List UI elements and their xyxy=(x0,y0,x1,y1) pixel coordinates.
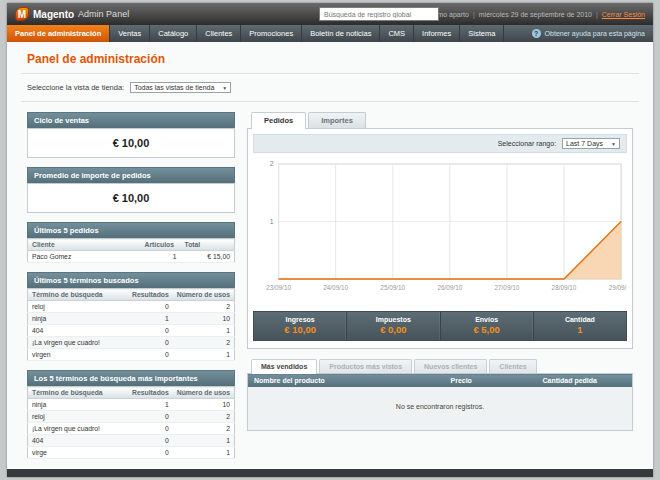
stat-ingresos: Ingresos € 10,00 xyxy=(254,312,347,340)
stat-value: € 10,00 xyxy=(254,324,346,335)
top-search-terms-panel: Los 5 términos de búsqueda más important… xyxy=(27,370,235,459)
orders-chart: 1223/09/1024/09/1025/09/1026/09/1027/09/… xyxy=(253,153,627,305)
nav-item-catalogo[interactable]: Catálogo xyxy=(150,25,197,42)
column-header: Número de usos xyxy=(173,387,235,399)
table-row: Paco Gomez1€ 15,00 xyxy=(28,251,235,263)
user-area: Accedió como aparto | miércoles 29 de se… xyxy=(403,11,645,18)
footer-bar xyxy=(7,469,653,477)
panel-title: Últimos 5 pedidos xyxy=(27,222,235,238)
last-orders-panel: Últimos 5 pedidos Cliente Artículos Tota… xyxy=(27,222,235,263)
nav-item-cms[interactable]: CMS xyxy=(380,25,414,42)
chevron-down-icon: ▼ xyxy=(222,85,227,91)
separator: | xyxy=(473,11,475,18)
nav-item-dashboard[interactable]: Panel de administración xyxy=(7,25,110,42)
tab-mas-vendidos[interactable]: Más vendidos xyxy=(251,359,317,374)
empty-message: No se encontraron registros. xyxy=(248,387,633,431)
stat-cantidad: Cantidad 1 xyxy=(534,312,626,340)
tab-nuevos-clientes[interactable]: Nuevos clientes xyxy=(414,359,487,373)
stat-label: Ingresos xyxy=(254,316,346,323)
magento-brand: M Magento Admin Panel xyxy=(15,7,129,21)
svg-text:24/09/10: 24/09/10 xyxy=(323,284,348,291)
range-selected: Last 7 Days xyxy=(566,140,603,147)
chevron-down-icon: ▼ xyxy=(611,141,616,147)
table-row: 40401 xyxy=(28,435,235,447)
tab-clientes[interactable]: Clientes xyxy=(489,359,536,373)
column-header: Nombre del producto xyxy=(248,374,445,388)
stat-label: Envíos xyxy=(441,316,533,323)
column-header: Término de búsqueda xyxy=(28,387,129,399)
column-header: Resultados xyxy=(128,289,173,301)
stat-label: Impuestos xyxy=(347,316,439,323)
totals-bar: Ingresos € 10,00 Impuestos € 0,00 Envíos… xyxy=(253,311,627,341)
products-tabs: Más vendidos Productos más vistos Nuevos… xyxy=(247,359,633,373)
column-header: Precio xyxy=(445,374,537,388)
store-view-selected: Todas las vistas de tienda xyxy=(134,84,214,91)
logout-link[interactable]: Cerrar Sesión xyxy=(602,11,645,18)
main-nav: Panel de administración Ventas Catálogo … xyxy=(7,25,653,42)
stat-impuestos: Impuestos € 0,00 xyxy=(347,312,440,340)
stat-value: € 5,00 xyxy=(441,324,533,335)
column-header: Número de usos xyxy=(173,289,235,301)
table-row: ninja110 xyxy=(28,313,235,325)
range-bar: Seleccionar rango: Last 7 Days ▼ xyxy=(253,134,627,153)
best-sellers-table: Nombre del producto Precio Cantidad pedi… xyxy=(247,373,633,431)
dashboard: Ciclo de ventas € 10,00 Promedio de impo… xyxy=(21,102,639,459)
store-view-label: Seleccione la vista de tienda: xyxy=(27,83,124,92)
panel-title: Los 5 términos de búsqueda más important… xyxy=(27,370,235,386)
global-search-input[interactable] xyxy=(319,7,439,21)
tab-productos-mas-vistos[interactable]: Productos más vistos xyxy=(319,359,412,373)
stat-label: Cantidad xyxy=(534,316,626,323)
range-label: Seleccionar rango: xyxy=(498,140,556,147)
table-row: ¡La virgen que cuadro!02 xyxy=(28,337,235,349)
page-title: Panel de administración xyxy=(21,50,639,74)
stat-value: € 0,00 xyxy=(347,324,439,335)
dashboard-right-column: Pedidos Importes Seleccionar rango: Last… xyxy=(247,112,633,459)
last-search-terms-panel: Últimos 5 términos buscados Término de b… xyxy=(27,272,235,361)
separator: | xyxy=(596,11,598,18)
header-date: miércoles 29 de septiembre de 2010 xyxy=(479,11,592,18)
svg-text:26/09/10: 26/09/10 xyxy=(437,284,462,291)
tab-importes[interactable]: Importes xyxy=(308,112,366,128)
stat-value: 1 xyxy=(534,324,626,335)
tab-pedidos[interactable]: Pedidos xyxy=(251,112,306,129)
store-view-select[interactable]: Todas las vistas de tienda ▼ xyxy=(130,82,231,93)
orders-tabs: Pedidos Importes xyxy=(247,112,633,128)
content-area: Panel de administración Seleccione la vi… xyxy=(7,42,653,469)
average-orders-value: € 10,00 xyxy=(28,184,234,212)
svg-text:29/09/10: 29/09/10 xyxy=(609,284,627,291)
table-row: ninja110 xyxy=(28,399,235,411)
store-view-switcher: Seleccione la vista de tienda: Todas las… xyxy=(21,74,639,102)
page-help-link[interactable]: ? Obtener ayuda para esta página xyxy=(532,25,653,42)
column-header: Término de búsqueda xyxy=(28,289,129,301)
orders-chart-svg: 1223/09/1024/09/1025/09/1026/09/1027/09/… xyxy=(253,159,627,305)
last-search-terms-table: Término de búsqueda Resultados Número de… xyxy=(27,288,235,361)
range-select[interactable]: Last 7 Days ▼ xyxy=(562,138,620,149)
nav-item-clientes[interactable]: Clientes xyxy=(197,25,241,42)
empty-row: No se encontraron registros. xyxy=(248,387,633,431)
nav-item-ventas[interactable]: Ventas xyxy=(110,25,150,42)
brand-suffix: Admin Panel xyxy=(78,9,129,19)
lifetime-sales-panel: Ciclo de ventas € 10,00 xyxy=(27,112,235,158)
column-header: Total xyxy=(181,239,235,251)
lifetime-sales-value: € 10,00 xyxy=(28,129,234,157)
top-search-terms-table: Término de búsqueda Resultados Número de… xyxy=(27,386,235,459)
brand-name: Magento xyxy=(33,9,74,20)
magento-logo-icon: M xyxy=(15,7,29,21)
svg-text:28/09/10: 28/09/10 xyxy=(552,284,577,291)
panel-title: Últimos 5 términos buscados xyxy=(27,272,235,288)
dashboard-left-column: Ciclo de ventas € 10,00 Promedio de impo… xyxy=(27,112,235,459)
magento-admin-app: M Magento Admin Panel Accedió como apart… xyxy=(7,3,653,477)
svg-text:2: 2 xyxy=(270,160,274,167)
svg-text:1: 1 xyxy=(270,218,274,225)
table-row: 40401 xyxy=(28,325,235,337)
average-orders-panel: Promedio de importe de pedidos € 10,00 xyxy=(27,167,235,213)
orders-panel: Seleccionar rango: Last 7 Days ▼ 1223/09… xyxy=(247,128,633,349)
nav-item-boletin[interactable]: Boletín de noticias xyxy=(302,25,380,42)
nav-item-sistema[interactable]: Sistema xyxy=(460,25,504,42)
nav-item-promociones[interactable]: Promociones xyxy=(241,25,302,42)
table-row: virgen01 xyxy=(28,349,235,361)
column-header: Resultados xyxy=(128,387,173,399)
nav-item-informes[interactable]: Informes xyxy=(414,25,460,42)
panel-title: Ciclo de ventas xyxy=(27,112,235,128)
svg-text:27/09/10: 27/09/10 xyxy=(495,284,520,291)
